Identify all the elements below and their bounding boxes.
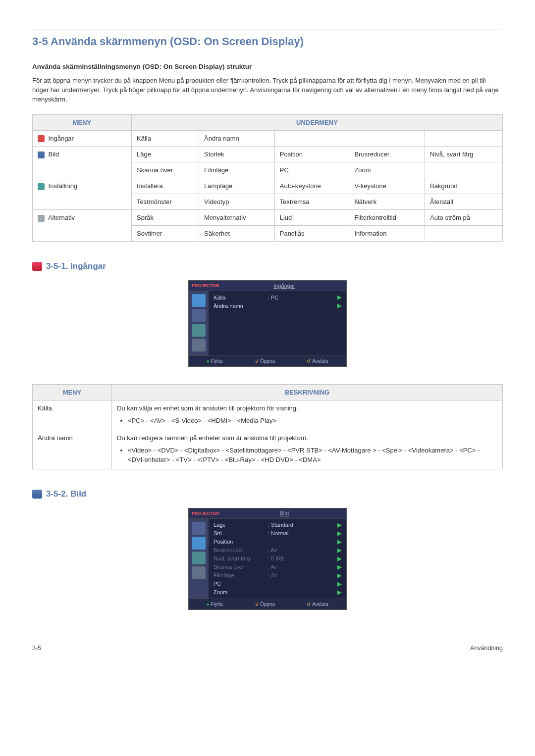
- desc-description-header: BESKRIVNING: [112, 385, 503, 401]
- osd-projector-tag: PROJECTOR: [189, 281, 222, 291]
- osd-screenshot-picture: PROJECTOR Bild Läge: Standard▶Strl: Norm…: [188, 508, 347, 610]
- intro-heading: Använda skärminställningsmenyn (OSD: On …: [32, 63, 503, 70]
- osd-side-settings-icon: [192, 552, 206, 564]
- osd-projector-tag: PROJECTOR: [189, 508, 222, 518]
- osd-row-label: Strl: [214, 530, 268, 536]
- osd-menu-row: Position▶: [214, 539, 341, 545]
- submenu-cell: Ändra namn: [199, 130, 275, 147]
- menu-cell: Alternativ: [33, 210, 132, 242]
- desc-menu-cell: Källa: [33, 401, 112, 430]
- desc-text-cell: Du kan redigera namnen på enheter som är…: [112, 430, 503, 469]
- osd-row-value: : 0 IRE: [268, 555, 337, 561]
- osd-side-inputs-icon: [192, 522, 206, 535]
- menu-category-icon: [38, 183, 45, 190]
- osd-row-label: Filmläge: [214, 572, 268, 578]
- desc-text-cell: Du kan välja en enhet som är ansluten ti…: [112, 401, 503, 430]
- osd-row-value: : Av: [268, 547, 337, 553]
- submenu-cell: Installera: [132, 178, 199, 194]
- submenu-cell: Sovtimer: [132, 226, 199, 242]
- osd-side-picture-icon: [192, 537, 206, 550]
- arrow-right-icon: ▶: [337, 302, 341, 309]
- submenu-cell: Filmläge: [199, 162, 275, 178]
- desc-paragraph: Du kan välja en enhet som är ansluten ti…: [117, 404, 497, 412]
- table-row: Ändra namnDu kan redigera namnen på enhe…: [33, 430, 503, 469]
- desc-menu-header: MENY: [33, 385, 112, 401]
- menu-category-icon: [38, 135, 45, 142]
- footer-left: 3-5: [32, 645, 41, 652]
- osd-row-label: Läge: [214, 522, 268, 528]
- submenu-cell: Position: [274, 147, 349, 162]
- menu-cell: Ingångar: [33, 130, 132, 147]
- arrow-right-icon: ▶: [337, 539, 341, 545]
- osd-menu-row: Strl: Normal▶: [214, 530, 341, 537]
- osd-title: Ingångar: [222, 281, 346, 291]
- osd-menu-row: Ändra namn▶: [214, 302, 341, 309]
- submenu-cell: [425, 162, 503, 178]
- table-row: AlternativSpråkMenyalternativLjudFilterk…: [33, 210, 503, 226]
- arrow-right-icon: ▶: [337, 294, 341, 301]
- submenu-cell: [274, 130, 349, 147]
- return-icon: ↺: [307, 358, 311, 364]
- arrow-right-icon: ▶: [337, 581, 341, 587]
- picture-section-icon: [32, 490, 42, 499]
- top-rule: [32, 30, 503, 30]
- arrow-right-icon: ▶: [337, 530, 341, 537]
- submenu-cell: Testmönster: [132, 194, 199, 210]
- osd-side-picture-icon: [192, 309, 206, 322]
- submenu-cell: Nivå, svart färg: [425, 147, 503, 162]
- osd-footer-move: ♦Flytta: [207, 602, 223, 607]
- osd-row-label: Ändra namn: [214, 303, 268, 309]
- menu-cell: Inställning: [33, 178, 132, 210]
- osd-title: Bild: [222, 508, 346, 518]
- osd-footer-exit: ↺Avsluta: [307, 358, 328, 364]
- section-1-heading: 3-5-1. Ingångar: [32, 261, 503, 271]
- submenu-cell: Storlek: [199, 147, 275, 162]
- menu-category-icon: [38, 151, 45, 158]
- osd-row-label: Källa: [214, 295, 268, 301]
- desc-bullet: <PC> - <AV> - <S-Video> - <HDMI> - <Medi…: [128, 416, 497, 426]
- osd-row-value: : PC: [268, 295, 337, 301]
- arrow-right-icon: ▶: [337, 564, 341, 570]
- submenu-cell: Återställ: [425, 194, 503, 210]
- submenu-cell: Filterkontrolltid: [349, 210, 425, 226]
- osd-side-options-icon: [192, 566, 206, 579]
- submenu-cell: Bakgrund: [425, 178, 503, 194]
- submenu-cell: Språk: [132, 210, 199, 226]
- submenu-cell: Videotyp: [199, 194, 275, 210]
- submenu-cell: Textremsa: [274, 194, 349, 210]
- osd-row-label: Zoom: [214, 589, 268, 595]
- section-2-heading: 3-5-2. Bild: [32, 489, 503, 499]
- submenu-cell: [425, 226, 503, 242]
- osd-menu-row: Källa: PC▶: [214, 294, 341, 301]
- intro-text: För att öppna menyn trycker du på knappe…: [32, 76, 503, 104]
- submenu-cell: [425, 130, 503, 147]
- table-row: IngångarKällaÄndra namn: [33, 130, 503, 147]
- arrow-right-icon: ▶: [337, 547, 341, 554]
- menu-cell: Bild: [33, 147, 132, 178]
- inputs-description-table: MENY BESKRIVNING KällaDu kan välja en en…: [32, 384, 503, 469]
- osd-side-settings-icon: [192, 324, 206, 337]
- arrow-right-icon: ▶: [337, 589, 341, 596]
- menu-category-icon: [38, 215, 45, 222]
- enter-icon: ↲: [255, 602, 259, 607]
- move-icon: ♦: [207, 602, 209, 607]
- submenu-cell: Ljud: [274, 210, 349, 226]
- osd-menu-row: PC▶: [214, 581, 341, 587]
- move-icon: ♦: [207, 358, 209, 364]
- osd-screenshot-inputs: PROJECTOR Ingångar Källa: PC▶Ändra namn▶…: [188, 280, 347, 367]
- page-title: 3-5 Använda skärmmenyn (OSD: On Screen D…: [32, 35, 503, 48]
- osd-menu-row: Zoom▶: [214, 589, 341, 596]
- submenu-cell: Läge: [132, 147, 199, 162]
- menu-structure-table: MENY UNDERMENY IngångarKällaÄndra namn B…: [32, 114, 503, 242]
- osd-side-options-icon: [192, 339, 206, 352]
- table-row: InställningInstalleraLamplägeAuto-keysto…: [33, 178, 503, 194]
- arrow-right-icon: ▶: [337, 555, 341, 562]
- desc-paragraph: Du kan redigera namnen på enheter som är…: [117, 434, 497, 442]
- osd-menu-row: Nivå, svart färg: 0 IRE▶: [214, 555, 341, 562]
- osd-row-label: Nivå, svart färg: [214, 555, 268, 561]
- submenu-cell: Nätverk: [349, 194, 425, 210]
- submenu-cell: Zoom: [349, 162, 425, 178]
- table-row: KällaDu kan välja en enhet som är anslut…: [33, 401, 503, 430]
- footer-right: Användning: [470, 645, 503, 652]
- submenu-cell: Auto ström på: [425, 210, 503, 226]
